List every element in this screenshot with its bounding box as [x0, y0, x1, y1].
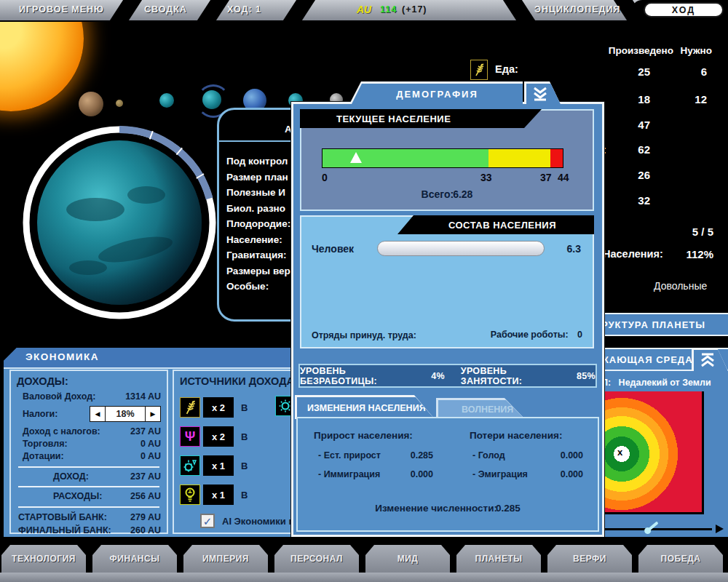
growth-title: Прирост населения:	[314, 430, 413, 441]
currency-value: 114	[380, 4, 397, 15]
tab-empire[interactable]: ИМПЕРИЯ	[183, 545, 268, 573]
bottom-bar: ТЕХНОЛОГИЯ ФИНАНСЫ ИМПЕРИЯ ПЕРСОНАЛ МИД …	[0, 537, 728, 582]
double-chevron-up-icon	[700, 353, 716, 367]
gross-income-label: Валовой Доход:	[23, 391, 95, 402]
checkmark-icon: ✓	[203, 516, 213, 527]
tax-increase-button[interactable]: ▶	[145, 407, 160, 421]
total-label: Всего:	[422, 188, 454, 200]
planet-display	[19, 115, 223, 327]
trade-label: Торговля:	[23, 439, 68, 449]
ai-economy-label: AI Экономики п	[222, 516, 294, 527]
env-type-row: П: Недалекий от Земли	[601, 375, 711, 388]
demography-tab[interactable]: ДЕМОГРАФИЯ	[349, 81, 523, 104]
start-bank-value: 279 AU	[130, 512, 161, 522]
attr-label: Размер план	[226, 170, 290, 186]
source-unit: В	[241, 402, 248, 413]
end-turn-button[interactable]: ХОД	[644, 2, 724, 17]
bulb-icon	[180, 485, 200, 505]
composition-header: СОСТАВ НАСЕЛЕНИЯ	[397, 215, 594, 234]
total-income-label: ДОХОД:	[53, 471, 89, 482]
mood-label: Довольные	[654, 280, 707, 292]
slots-value: 5 / 5	[652, 226, 713, 238]
unemployment-label: УРОВЕНЬ БЕЗРАБОТИЦЫ:	[300, 366, 422, 386]
system-planet-2[interactable]	[116, 100, 123, 107]
end-turn-holder: ХОД	[632, 0, 728, 20]
industry-icon	[180, 455, 200, 476]
tab-population-changes[interactable]: ИЗМЕНЕНИЯ НАСЕЛЕНИЯ	[295, 395, 435, 419]
population-changes-section: Прирост населения: Потери населения: - Е…	[296, 417, 599, 532]
tick-min: 0	[322, 172, 328, 183]
final-bank-label: ФИНАЛЬНЫЙ БАНК:	[18, 525, 111, 535]
turn-counter: ХОД: 1	[227, 4, 261, 15]
env-marker: x	[617, 447, 622, 458]
tab-shipyards[interactable]: ВЕРФИ	[547, 545, 632, 573]
food-icon	[470, 60, 488, 80]
race-label: Человек	[312, 243, 354, 255]
attr-label: Особые:	[226, 279, 290, 295]
population-composition-section: СОСТАВ НАСЕЛЕНИЯ Человек 6.3 Отряды прин…	[300, 215, 594, 348]
attr-label: Биол. разно	[226, 201, 290, 217]
source-count: x 2	[203, 426, 234, 447]
tab-finance[interactable]: ФИНАНСЫ	[92, 545, 177, 573]
top-bar: ИГРОВОЕ МЕНЮ СВОДКА ХОД: 1 AU 114 (+17) …	[0, 0, 728, 22]
planet-structure-bar[interactable]: РУКТУРА ПЛАНЕТЫ	[597, 313, 728, 336]
source-count: x 1	[203, 455, 234, 476]
attr-label: Полезные И	[226, 185, 290, 201]
food-label: Еда:	[495, 63, 518, 75]
population-range-bar	[322, 148, 563, 168]
source-count: x 1	[203, 485, 234, 505]
source-unit: В	[241, 431, 248, 442]
natural-growth-label: - Ест. прирост	[318, 450, 381, 461]
attr-label: Плодородие:	[226, 216, 290, 232]
tax-spinner: ◀ 18% ▶	[90, 406, 161, 422]
ai-economy-checkbox[interactable]: ✓	[200, 514, 215, 528]
famine-label: - Голод	[472, 450, 505, 461]
system-planet-3[interactable]	[159, 93, 174, 108]
tab-technology[interactable]: ТЕХНОЛОГИЯ	[1, 545, 86, 573]
tab-victory[interactable]: ПОБЕДА	[638, 545, 723, 573]
tab-planets[interactable]: ПЛАНЕТЫ	[456, 545, 541, 573]
environment-tolerance-chart: x	[603, 391, 704, 514]
tab-foreign-office[interactable]: МИД	[365, 545, 450, 573]
population-total: Всего:6.28	[301, 188, 593, 201]
source-count: x 2	[203, 397, 234, 418]
summary-button[interactable]: СВОДКА	[144, 4, 187, 15]
emigration-label: - Эмиграция	[472, 469, 528, 479]
subsidies-value: 0 AU	[141, 451, 161, 461]
income-sources-title: ИСТОЧНИКИ ДОХОДА:	[180, 375, 298, 387]
population-marker	[350, 152, 362, 163]
race-value: 6.3	[567, 243, 581, 255]
system-planet-4-selected[interactable]	[202, 90, 221, 109]
total-income-value: 237 AU	[130, 471, 161, 482]
planet-attributes-list: Под контрол Размер план Полезные И Биол.…	[226, 154, 290, 295]
tab-personnel[interactable]: ПЕРСОНАЛ	[274, 545, 359, 573]
expenses-label: РАСХОДЫ:	[53, 491, 102, 501]
immigration-value: 0.000	[391, 469, 433, 479]
needed-header: Нужно	[673, 45, 712, 56]
source-unit: В	[241, 490, 248, 501]
expenses-value: 256 AU	[130, 491, 161, 501]
wheat-icon	[180, 397, 200, 418]
demography-popup: ТЕКУЩЕЕ НАСЕЛЕНИЕ 0 33 37 44 Всего:6.28 …	[291, 102, 604, 537]
current-population-section: ТЕКУЩЕЕ НАСЕЛЕНИЕ 0 33 37 44 Всего:6.28	[300, 109, 594, 211]
tax-income-value: 237 AU	[130, 426, 161, 436]
robots-label: Рабочие роботы:	[491, 330, 569, 340]
tab-unrest[interactable]: ВОЛНЕНИЯ	[436, 398, 525, 419]
game-menu-button[interactable]: ИГРОВОЕ МЕНЮ	[19, 4, 104, 15]
natural-growth-value: 0.285	[391, 450, 433, 461]
income-title: ДОХОДЫ:	[17, 375, 68, 387]
trade-value: 0 AU	[141, 439, 161, 449]
env-type-value: Недалекий от Земли	[619, 378, 711, 388]
planet-structure-label: РУКТУРА ПЛАНЕТЫ	[601, 319, 705, 330]
hands-icon: Ψ	[180, 426, 200, 447]
start-bank-label: СТАРТОВЫЙ БАНК:	[18, 512, 107, 522]
attr-label: Размеры вер	[226, 263, 290, 279]
encyclopedia-button[interactable]: ЭНЦИКЛОПЕДИЯ	[534, 4, 620, 15]
game-screen: А Под контрол Размер план Полезные И Био…	[0, 0, 728, 582]
robots-value: 0	[577, 330, 582, 340]
system-planet-1[interactable]	[79, 92, 103, 116]
income-section: ДОХОДЫ: Валовой Доход: 1314 AU Налоги: ◀…	[9, 370, 168, 534]
demography-title: ДЕМОГРАФИЯ	[396, 89, 478, 100]
double-chevron-down-icon	[532, 87, 548, 101]
tax-decrease-button[interactable]: ◀	[90, 407, 106, 421]
